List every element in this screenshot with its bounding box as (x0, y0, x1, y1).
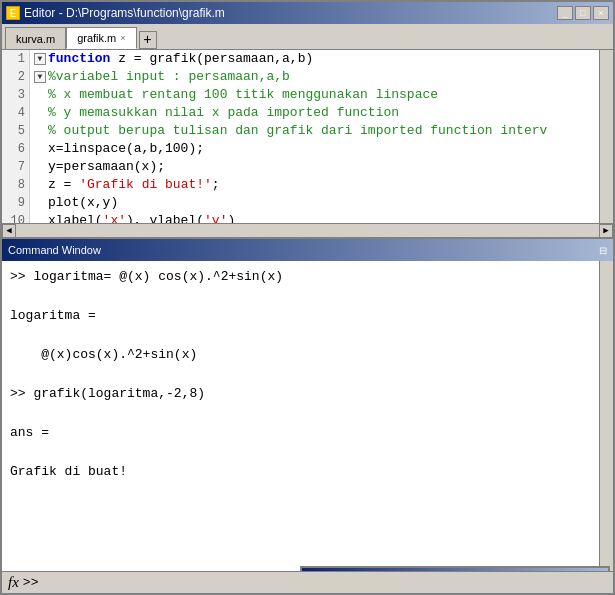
figure-window: ▦ Figure 1 _ □ × File Edit View Insert T… (300, 566, 610, 571)
cmd-line-9: ans = (10, 423, 591, 443)
cmd-footer-prompt: >> (23, 575, 39, 590)
cmd-footer: fx >> (2, 571, 613, 593)
line-num-7: 7 (2, 158, 29, 176)
line-num-2: 2 (2, 68, 29, 86)
maximize-button[interactable]: □ (575, 6, 591, 20)
title-bar: E Editor - D:\Programs\function\grafik.m… (2, 2, 613, 24)
cmd-content-area: >> logaritma= @(x) cos(x).^2+sin(x) loga… (2, 261, 613, 571)
code-line-1: ▼ function z = grafik(persamaan,a,b) (34, 50, 595, 68)
cmd-line-2 (10, 287, 591, 307)
cmd-line-4 (10, 326, 591, 346)
line-numbers: 1 2 3 4 5 6 7 8 9 10 (2, 50, 30, 223)
fold-icon-1[interactable]: ▼ (34, 53, 46, 65)
command-text-area[interactable]: >> logaritma= @(x) cos(x).^2+sin(x) loga… (2, 261, 599, 571)
command-window-title: Command Window (8, 244, 101, 256)
app-icon: E (6, 6, 20, 20)
code-area: 1 2 3 4 5 6 7 8 9 10 ▼ function z = graf… (2, 50, 613, 223)
window-controls: _ □ × (557, 6, 609, 20)
cmd-line-1: >> logaritma= @(x) cos(x).^2+sin(x) (10, 267, 591, 287)
window-title: Editor - D:\Programs\function\grafik.m (24, 6, 225, 20)
code-line-3: % x membuat rentang 100 titik menggunaka… (34, 86, 595, 104)
cmd-line-7: >> grafik(logaritma,-2,8) (10, 384, 591, 404)
code-line-6: x=linspace(a,b,100); (34, 140, 595, 158)
scroll-left-btn[interactable]: ◀ (2, 224, 16, 238)
code-content[interactable]: ▼ function z = grafik(persamaan,a,b) ▼ %… (30, 50, 599, 223)
line-num-9: 9 (2, 194, 29, 212)
fold-icon-2[interactable]: ▼ (34, 71, 46, 83)
line-num-6: 6 (2, 140, 29, 158)
command-title-bar: Command Window ⊟ (2, 239, 613, 261)
code-horizontal-scrollbar[interactable]: ◀ ▶ (2, 223, 613, 237)
main-window: E Editor - D:\Programs\function\grafik.m… (0, 0, 615, 595)
cmd-line-10 (10, 443, 591, 463)
tab-add-button[interactable]: + (139, 31, 157, 49)
line-num-5: 5 (2, 122, 29, 140)
command-window-collapse-icon[interactable]: ⊟ (599, 245, 607, 256)
line-num-1: 1 (2, 50, 29, 68)
editor-section: kurva.m grafik.m × + 1 2 3 4 5 6 7 8 9 1… (2, 24, 613, 239)
minimize-button[interactable]: _ (557, 6, 573, 20)
tab-kurva[interactable]: kurva.m (5, 27, 66, 49)
fx-symbol: fx (8, 574, 19, 591)
tab-bar: kurva.m grafik.m × + (2, 24, 613, 50)
code-line-5: % output berupa tulisan dan grafik dari … (34, 122, 595, 140)
tab-grafik-label: grafik.m (77, 32, 116, 44)
line-num-10: 10 (2, 212, 29, 223)
code-line-2: ▼ %variabel input : persamaan,a,b (34, 68, 595, 86)
tab-close-icon[interactable]: × (120, 33, 125, 43)
code-line-8: z = 'Grafik di buat!'; (34, 176, 595, 194)
line-num-8: 8 (2, 176, 29, 194)
code-line-10: xlabel('x'), ylabel('y') (34, 212, 595, 223)
tab-kurva-label: kurva.m (16, 33, 55, 45)
code-line-4: % y memasukkan nilai x pada imported fun… (34, 104, 595, 122)
cmd-line-11: Grafik di buat! (10, 462, 591, 482)
figure-title-bar: ▦ Figure 1 _ □ × (302, 568, 608, 571)
code-vertical-scrollbar[interactable] (599, 50, 613, 223)
cmd-line-8 (10, 404, 591, 424)
code-line-7: y=persamaan(x); (34, 158, 595, 176)
cmd-line-3: logaritma = (10, 306, 591, 326)
scroll-right-btn[interactable]: ▶ (599, 224, 613, 238)
code-line-9: plot(x,y) (34, 194, 595, 212)
command-section: Command Window ⊟ >> logaritma= @(x) cos(… (2, 239, 613, 593)
close-button[interactable]: × (593, 6, 609, 20)
line-num-4: 4 (2, 104, 29, 122)
cmd-vertical-scrollbar[interactable] (599, 261, 613, 571)
cmd-line-5: @(x)cos(x).^2+sin(x) (10, 345, 591, 365)
tab-grafik[interactable]: grafik.m × (66, 27, 136, 49)
cmd-line-6 (10, 365, 591, 385)
line-num-3: 3 (2, 86, 29, 104)
